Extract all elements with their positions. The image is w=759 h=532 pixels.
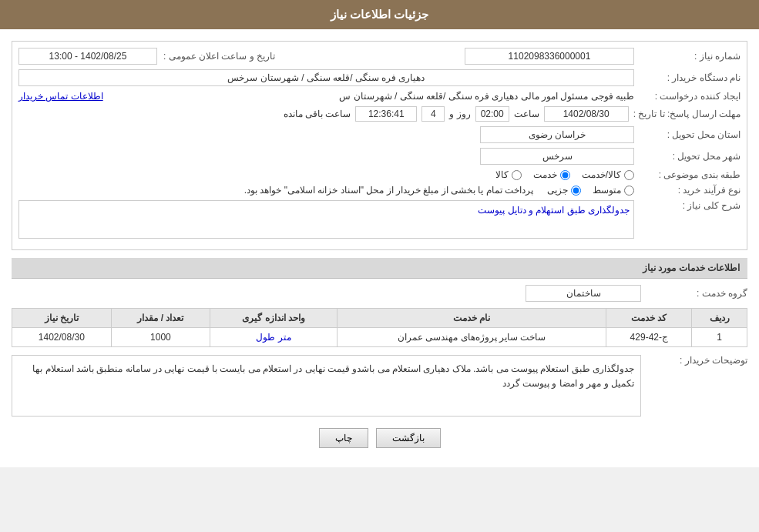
tosihKharidar-value: جدولگذاری طبق استعلام پیوست می باشد. ملا… <box>32 363 634 389</box>
cell-unit: متر طول <box>210 328 338 347</box>
tosihKharidar-box: جدولگذاری طبق استعلام پیوست می باشد. ملا… <box>12 355 641 417</box>
col-unit: واحد اندازه گیری <box>210 309 338 328</box>
page-title: جزئیات اطلاعات نیاز <box>331 8 428 21</box>
shahr-value: سرخس <box>480 148 634 165</box>
page-header: جزئیات اطلاعات نیاز <box>0 0 759 29</box>
noeFarayand-label: نوع فرآیند خرید : <box>640 185 741 196</box>
col-radif: ردیف <box>692 309 747 328</box>
row-sharh-koli: شرح کلی نیاز : جدولگذاری طبق استهلام و د… <box>18 200 741 239</box>
rooz-label: روز و <box>449 109 470 119</box>
ostan-label: استان محل تحویل : <box>640 129 741 140</box>
tabaghe-radio-group: کالا/خدمت خدمت کالا <box>495 169 634 180</box>
row-mohlat: مهلت ارسال پاسخ: تا تاریخ : 1402/08/30 س… <box>18 106 741 122</box>
cell-tarikh: 1402/08/30 <box>12 328 112 347</box>
ijadKonande-value: طبیه فوجی مسئول امور مالی دهیاری فره سنگ… <box>109 91 634 102</box>
row-shomareNiaz: شماره نیاز : 1102098336000001 تاریخ و سا… <box>18 48 741 65</box>
cell-radif: 1 <box>692 328 747 347</box>
row-tosih: توضیحات خریدار : جدولگذاری طبق استعلام پ… <box>12 355 747 417</box>
info-section: شماره نیاز : 1102098336000001 تاریخ و سا… <box>12 41 747 250</box>
col-tedad: تعداد / مقدار <box>111 309 210 328</box>
row-noe-farayand: نوع فرآیند خرید : متوسط جزیی پرداخت تمام… <box>18 185 741 196</box>
date-value: 1402/08/30 <box>544 106 629 122</box>
tabaghe-kala-khadamat-label: کالا/خدمت <box>582 169 621 180</box>
khadamat-section-header: اطلاعات خدمات مورد نیاز <box>12 258 747 279</box>
farayand-jozei-radio[interactable] <box>571 186 581 196</box>
tabaghe-kala-label: کالا <box>495 169 509 180</box>
col-kod: کد خدمت <box>606 309 692 328</box>
buttons-row: بازگشت چاپ <box>12 428 747 448</box>
saat-value: 02:00 <box>475 106 509 122</box>
tosihKharidar-label: توضیحات خریدار : <box>647 355 747 366</box>
tarikh-label: تاریخ و ساعت اعلان عمومی : <box>163 51 275 62</box>
shahr-label: شهر محل تحویل : <box>640 151 741 162</box>
table-row: 1 ج-42-429 ساخت سایر پروژه‌های مهندسی عم… <box>12 328 747 347</box>
sharhKoli-value: جدولگذاری طبق استهلام و دتایل پیوست <box>478 205 630 216</box>
row-namDastgah: نام دستگاه خریدار : دهیاری فره سنگی /قلع… <box>18 69 741 86</box>
sharhKoli-box: جدولگذاری طبق استهلام و دتایل پیوست <box>18 200 634 239</box>
bazgasht-button[interactable]: بازگشت <box>376 428 441 448</box>
tabaghe-khadamat-label: خدمت <box>533 169 557 180</box>
tabaghe-khadamat-radio[interactable] <box>560 170 570 180</box>
col-tarikh: تاریخ نیاز <box>12 309 112 328</box>
ostan-value: خراسان رضوی <box>480 126 634 143</box>
farayand-jozei-label: جزیی <box>547 185 568 196</box>
namDastgah-value: دهیاری فره سنگی /قلعه سنگی / شهرستان سرخ… <box>18 69 634 86</box>
services-table: ردیف کد خدمت نام خدمت واحد اندازه گیری ت… <box>12 308 747 347</box>
tarikh-range-value: 1402/08/25 - 13:00 <box>18 48 157 65</box>
mohlat-label: مهلت ارسال پاسخ: تا تاریخ : <box>633 109 741 119</box>
grohe-label: گروه خدمت : <box>647 288 747 299</box>
chap-button[interactable]: چاپ <box>319 428 368 448</box>
row-shahr: شهر محل تحویل : سرخس <box>18 148 741 165</box>
col-name: نام خدمت <box>337 309 606 328</box>
grohe-value: ساختمان <box>526 285 641 302</box>
cell-kod: ج-42-429 <box>606 328 692 347</box>
khadamat-section-label: اطلاعات خدمات مورد نیاز <box>643 263 740 273</box>
tabaghe-label: طبقه بندی موضوعی : <box>640 169 741 180</box>
tabaghe-khadamat[interactable]: خدمت <box>533 169 570 180</box>
shomareNiaz-label: شماره نیاز : <box>640 51 741 62</box>
row-ostan: استان محل تحویل : خراسان رضوی <box>18 126 741 143</box>
row-tabaghe: طبقه بندی موضوعی : کالا/خدمت خدمت کالا <box>18 169 741 180</box>
tabaghe-kala[interactable]: کالا <box>495 169 522 180</box>
farayand-motavasset[interactable]: متوسط <box>593 185 634 196</box>
row-ijad: ایجاد کننده درخواست : طبیه فوجی مسئول ام… <box>18 91 741 102</box>
rooz-value: 4 <box>421 106 445 122</box>
sharhKoli-label: شرح کلی نیاز : <box>640 200 741 211</box>
tabaghe-kala-khadamat-radio[interactable] <box>624 170 634 180</box>
baghimande-value: 12:36:41 <box>355 106 417 122</box>
farayand-jozei[interactable]: جزیی <box>547 185 581 196</box>
farayand-note: پرداخت تمام یا بخشی از مبلغ خریدار از مح… <box>244 185 533 196</box>
page-container: جزئیات اطلاعات نیاز شماره نیاز : 1102098… <box>0 0 759 467</box>
tabaghe-kala-radio[interactable] <box>512 170 522 180</box>
namDastgah-label: نام دستگاه خریدار : <box>640 72 741 83</box>
shomareNiaz-value: 1102098336000001 <box>465 48 634 65</box>
baghimande-label: ساعت باقی مانده <box>284 109 351 119</box>
services-section: گروه خدمت : ساختمان ردیف کد خدمت نام خدم… <box>12 285 747 347</box>
farayand-radio-group: متوسط جزیی <box>547 185 634 196</box>
farayand-motavasset-label: متوسط <box>593 185 621 196</box>
row-grohe: گروه خدمت : ساختمان <box>12 285 747 302</box>
tabaghe-kala-khadamat[interactable]: کالا/خدمت <box>582 169 634 180</box>
cell-name: ساخت سایر پروژه‌های مهندسی عمران <box>337 328 606 347</box>
ijadKonande-link[interactable]: اطلاعات تماس خریدار <box>18 91 103 102</box>
saat-label: ساعت <box>514 109 539 119</box>
farayand-motavasset-radio[interactable] <box>624 186 634 196</box>
main-content: شماره نیاز : 1102098336000001 تاریخ و سا… <box>0 29 759 467</box>
ijadKonande-label: ایجاد کننده درخواست : <box>640 91 741 102</box>
cell-tedad: 1000 <box>111 328 210 347</box>
